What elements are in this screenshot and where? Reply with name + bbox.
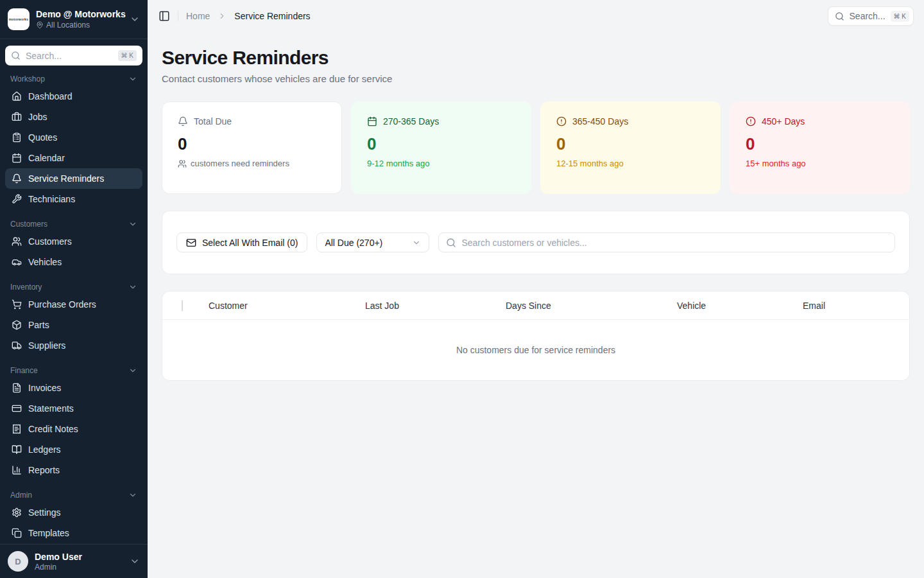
- sidebar-item-technicians[interactable]: Technicians: [5, 189, 142, 209]
- stat-subtitle: 9-12 months ago: [367, 159, 430, 168]
- select-all-checkbox[interactable]: [182, 300, 183, 311]
- briefcase-icon: [12, 112, 22, 122]
- breadcrumb-home-link[interactable]: Home: [186, 11, 210, 21]
- filter-bar: Select All With Email (0) All Due (270+): [162, 211, 910, 274]
- page-title: Service Reminders: [162, 47, 910, 69]
- chevron-right-icon: [218, 12, 227, 21]
- sidebar-item-vehicles[interactable]: Vehicles: [5, 252, 142, 272]
- column-header-email: Email: [803, 301, 909, 311]
- sidebar-item-customers[interactable]: Customers: [5, 231, 142, 252]
- sidebar-item-service-reminders[interactable]: Service Reminders: [5, 168, 142, 189]
- stat-value: 0: [746, 134, 894, 154]
- clipboard-icon: [12, 132, 22, 143]
- stat-value: 0: [556, 134, 705, 154]
- nav-section-header-admin[interactable]: Admin: [5, 488, 142, 502]
- customer-search-input[interactable]: [461, 238, 887, 248]
- copy-icon: [12, 528, 22, 538]
- truck-icon: [12, 340, 22, 351]
- org-switcher[interactable]: motorworks Demo @ Motorworks All Locatio…: [0, 0, 148, 39]
- main-area: Home Service Reminders Search... ⌘ K Ser…: [148, 0, 924, 578]
- page-subtitle: Contact customers whose vehicles are due…: [162, 73, 910, 84]
- stat-subtitle: customers need reminders: [191, 159, 289, 168]
- chevron-down-icon: [130, 14, 140, 24]
- book-open-icon: [12, 444, 22, 455]
- sidebar-item-purchase-orders[interactable]: Purchase Orders: [5, 294, 142, 315]
- stat-value: 0: [178, 134, 326, 154]
- table-empty-state: No customers due for service reminders: [162, 320, 909, 380]
- chevron-down-icon: [128, 220, 137, 229]
- search-icon: [446, 238, 456, 248]
- due-range-value: All Due (270+): [325, 238, 382, 248]
- column-header-days-since: Days Since: [506, 301, 677, 311]
- chevron-down-icon: [128, 491, 137, 500]
- chevron-down-icon: [128, 74, 137, 83]
- user-menu[interactable]: D Demo User Admin: [0, 544, 148, 578]
- alert-circle-icon: [746, 116, 756, 127]
- alert-circle-icon: [556, 116, 567, 127]
- nav-section-header-inventory[interactable]: Inventory: [5, 280, 142, 294]
- sidebar-item-dashboard[interactable]: Dashboard: [5, 86, 142, 107]
- sidebar-item-settings[interactable]: Settings: [5, 502, 142, 523]
- chevron-down-icon: [128, 366, 137, 375]
- sidebar-item-jobs[interactable]: Jobs: [5, 107, 142, 127]
- calendar-icon: [12, 153, 22, 163]
- credit-card-icon: [12, 403, 22, 414]
- map-pin-icon: [36, 21, 44, 29]
- breadcrumb-current: Service Reminders: [234, 11, 310, 21]
- chevron-down-icon: [128, 283, 137, 292]
- sidebar-nav: Workshop Dashboard Jobs Quotes Calendar: [0, 67, 148, 544]
- stat-subtitle: 15+ months ago: [746, 159, 806, 168]
- org-name: Demo @ Motorworks: [36, 9, 123, 19]
- nav-section-header-finance[interactable]: Finance: [5, 363, 142, 378]
- customer-search-box[interactable]: [438, 232, 895, 252]
- stat-subtitle: 12-15 months ago: [556, 159, 624, 168]
- topbar-divider: [178, 11, 178, 21]
- sidebar-item-parts[interactable]: Parts: [5, 315, 142, 335]
- column-header-last-job: Last Job: [365, 301, 506, 311]
- stat-card-270-365-days: 270-365 Days 0 9-12 months ago: [351, 101, 531, 194]
- bell-icon: [178, 116, 188, 127]
- search-icon: [835, 12, 844, 21]
- sidebar-item-credit-notes[interactable]: Credit Notes: [5, 419, 142, 439]
- topbar: Home Service Reminders Search... ⌘ K: [148, 0, 924, 32]
- global-search-label: Search...: [850, 11, 886, 21]
- home-icon: [12, 91, 22, 101]
- sidebar-item-quotes[interactable]: Quotes: [5, 127, 142, 148]
- global-search-button[interactable]: Search... ⌘ K: [828, 6, 914, 26]
- shopping-cart-icon: [12, 299, 22, 310]
- wrench-icon: [12, 194, 22, 204]
- sidebar-search-field[interactable]: [26, 51, 96, 61]
- sidebar-toggle-button[interactable]: [158, 10, 170, 22]
- users-icon: [178, 159, 187, 168]
- search-icon: [11, 51, 21, 60]
- bar-chart-icon: [12, 465, 22, 475]
- nav-section-customers: Customers Customers Vehicles: [5, 217, 142, 272]
- nav-section-header-customers[interactable]: Customers: [5, 217, 142, 231]
- select-all-with-email-button[interactable]: Select All With Email (0): [176, 232, 307, 252]
- sidebar-item-statements[interactable]: Statements: [5, 398, 142, 419]
- stat-card-365-450-days: 365-450 Days 0 12-15 months ago: [540, 101, 721, 194]
- sidebar-item-calendar[interactable]: Calendar: [5, 148, 142, 168]
- sidebar-search-input[interactable]: ⌘ K: [5, 46, 142, 66]
- nav-section-finance: Finance Invoices Statements Credit Notes…: [5, 363, 142, 480]
- package-icon: [12, 320, 22, 330]
- file-text-icon: [12, 383, 22, 393]
- stat-value: 0: [367, 134, 515, 154]
- gear-icon: [12, 507, 22, 518]
- user-role: Admin: [35, 563, 123, 572]
- sidebar-item-invoices[interactable]: Invoices: [5, 378, 142, 398]
- sidebar-item-reports[interactable]: Reports: [5, 460, 142, 480]
- chevron-down-icon: [412, 238, 421, 247]
- sidebar: motorworks Demo @ Motorworks All Locatio…: [0, 0, 148, 578]
- stats-row: Total Due 0 customers need reminders 270…: [162, 101, 910, 194]
- nav-section-header-workshop[interactable]: Workshop: [5, 72, 142, 86]
- avatar: D: [8, 551, 28, 572]
- due-range-select[interactable]: All Due (270+): [316, 232, 429, 252]
- sidebar-item-suppliers[interactable]: Suppliers: [5, 335, 142, 356]
- receipt-icon: [12, 424, 22, 434]
- chevron-down-icon: [130, 556, 140, 566]
- stat-title: 450+ Days: [762, 116, 805, 127]
- sidebar-item-templates[interactable]: Templates: [5, 523, 142, 543]
- sidebar-item-ledgers[interactable]: Ledgers: [5, 439, 142, 460]
- global-search-shortcut: ⌘ K: [891, 11, 909, 22]
